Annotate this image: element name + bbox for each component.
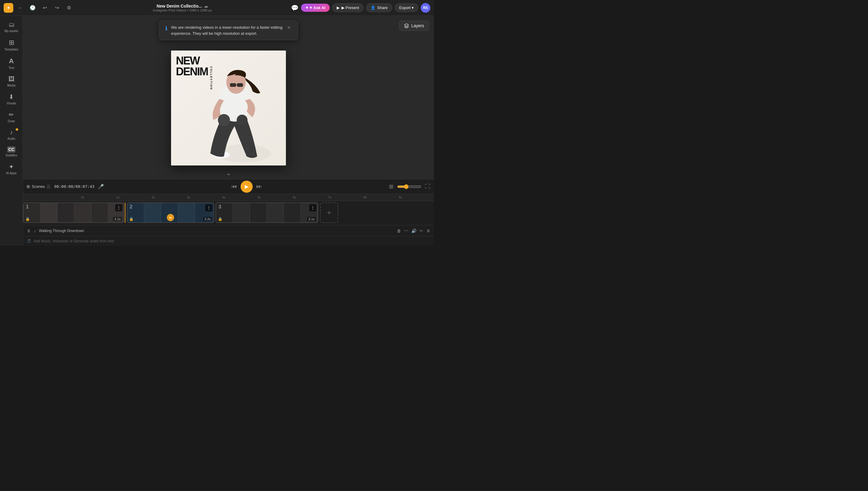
share-button[interactable]: 👤 Share [366,3,392,12]
sidebar-item-my-assets[interactable]: 🗂 My assets [2,19,21,35]
sidebar-label-audio: Audio [7,137,16,140]
sidebar-label-ai-apps: AI Apps [6,172,16,175]
scroll-indicator: ⌄ [226,169,231,177]
back-button[interactable]: ← [16,3,25,13]
mic-button[interactable]: 🎤 [98,184,104,190]
ai-apps-icon: ✦ [9,163,14,170]
sidebar-label-subtitles: Subtitles [5,154,17,157]
sidebar-label-visuals: Visuals [6,102,16,105]
audio-delete-button[interactable]: 🗑 [397,228,401,233]
sidebar-item-draw[interactable]: ✏ Draw [2,109,21,125]
svg-point-8 [218,114,230,126]
history-button[interactable]: 🕐 [28,3,37,13]
sidebar: 🗂 My assets ⊞ Templates A Text 🖼 Media ⬇… [0,16,23,246]
clip-3-number: 3 [218,204,221,210]
notification-text: We are rendering videos in a lower resol… [171,25,282,36]
clip-3-menu-button[interactable]: ⋮ [309,204,316,211]
timeline-area: ⊞ Scenes ☰ 00:00:00/00:07:43 🎤 ⏮ ▶ ⏭ ⊞ [23,179,434,246]
sidebar-item-visuals[interactable]: ⬇ Visuals [2,91,21,107]
svg-point-9 [237,115,248,125]
audio-row: ⏸ ♪ Walking Through Downtown 🗑 〰 🔊 ✂ ⏸ [23,225,434,236]
layers-panel-button[interactable]: Layers [399,21,429,31]
media-icon: 🖼 [8,76,14,83]
notif-line1: We are rendering videos in a lower resol… [171,25,282,31]
my-assets-icon: 🗂 [8,21,14,28]
clip-2-active-indicator: ⏩ [167,214,174,221]
user-avatar[interactable]: RS [421,3,430,13]
clip-1-filmstrip [24,203,124,222]
fullscreen-button[interactable]: ⛶ [425,183,430,190]
ask-ai-button[interactable]: ✦ ✦ Ask AI [301,4,330,12]
undo-button[interactable]: ↩ [40,3,50,13]
ruler-7s: 7s [328,196,364,199]
templates-icon: ⊞ [9,39,14,47]
export-button[interactable]: Export ▾ [395,3,418,12]
present-button[interactable]: ▶ ▶ Present [332,3,364,12]
music-note-icon: ♪ [34,228,36,233]
layers-icon [404,23,409,28]
sidebar-item-audio[interactable]: ♪ Audio [2,126,21,143]
clip-2-menu-button[interactable]: ⋮ [205,204,213,211]
scenes-button[interactable]: ⊞ Scenes ☰ [27,184,51,189]
clip-3[interactable]: 3 ⋮ 🔒 3.1s [216,202,318,223]
scenes-menu-icon: ☰ [46,184,51,189]
clip-1-menu-button[interactable]: ⋮ [115,204,122,211]
clip-1[interactable]: 1 ⋮ 🔒 3.1s [23,202,124,223]
audio-waveform-button[interactable]: 〰 [404,228,408,233]
canvas-text-denim: DENIM [176,66,208,77]
audio-icon-sidebar: ♪ [10,129,13,136]
chat-button[interactable]: 💬 [291,4,299,11]
add-music-icon: 🎵 [27,239,31,243]
svg-rect-6 [237,83,243,87]
timeline-clips: 1 ⋮ 🔒 3.1s [23,201,434,225]
sidebar-item-templates[interactable]: ⊞ Templates [2,36,21,54]
audio-badge [16,128,18,131]
draw-icon: ✏ [9,111,14,118]
ruler-0s: 0s [81,196,116,199]
info-icon: ℹ [165,25,167,32]
cloud-icon: ☁ [204,4,208,8]
playback-controls: ⏮ ▶ ⏭ [231,181,262,193]
header-right: 💬 ✦ ✦ Ask AI ▶ ▶ Present 👤 Share Export … [291,3,430,13]
add-music-label: Add Music, Voiceover or Generate audio f… [34,239,114,243]
add-clip-button[interactable]: + [320,202,338,223]
sidebar-item-text[interactable]: A Text [2,55,21,72]
clips-row: 1 ⋮ 🔒 3.1s [23,201,434,224]
skip-forward-button[interactable]: ⏭ [256,183,262,190]
grid-view-button[interactable]: ⊞ [389,183,394,190]
sidebar-item-media[interactable]: 🖼 Media [2,73,21,90]
sidebar-item-subtitles[interactable]: CC Subtitles [2,144,21,160]
ask-ai-icon: ✦ [305,5,309,10]
svg-rect-5 [230,83,236,87]
ruler-2s: 2s [152,196,187,199]
redo-button[interactable]: ↪ [52,3,62,13]
notification-banner: ℹ We are rendering videos in a lower res… [159,21,298,40]
audio-more-button[interactable]: ⏸ [426,228,430,233]
notification-close-button[interactable]: × [286,25,292,31]
clip-2-duration: 3.2s [203,217,212,221]
ruler-3s: 3s [187,196,222,199]
ruler-4s: 4s [222,196,257,199]
add-music-row[interactable]: 🎵 Add Music, Voiceover or Generate audio… [23,236,434,246]
audio-cut-button[interactable]: ✂ [420,228,423,233]
ruler-1s: 1s [116,196,152,199]
sidebar-label-templates: Templates [4,48,19,51]
zoom-slider[interactable] [397,184,421,189]
ruler-8s: 8s [363,196,399,199]
clip-2[interactable]: 2 ⋮ 🔒 ⏩ 3.2s [127,202,214,223]
settings-button[interactable]: ⚙ [64,3,74,13]
clip-2-lock-icon: 🔒 [129,217,133,221]
play-button[interactable]: ▶ [241,181,253,193]
document-title: New Denim Collectio... ☁ [157,4,208,8]
audio-volume-button[interactable]: 🔊 [411,228,416,233]
clip-1-number: 1 [26,204,29,210]
sidebar-item-ai-apps[interactable]: ✦ AI Apps [2,161,21,177]
skip-back-button[interactable]: ⏮ [231,183,237,190]
share-icon: 👤 [371,5,375,10]
scenes-icon: ⊞ [27,184,30,189]
zoom-control [397,184,421,189]
canvas-preview[interactable]: NEW DENIM COLLECTION [171,51,286,166]
app-logo[interactable]: ✦ [4,3,13,13]
canvas-area: ℹ We are rendering videos in a lower res… [23,16,434,179]
document-subtitle: Instagram Post Videos • 1080 x 1080 px [153,8,212,12]
